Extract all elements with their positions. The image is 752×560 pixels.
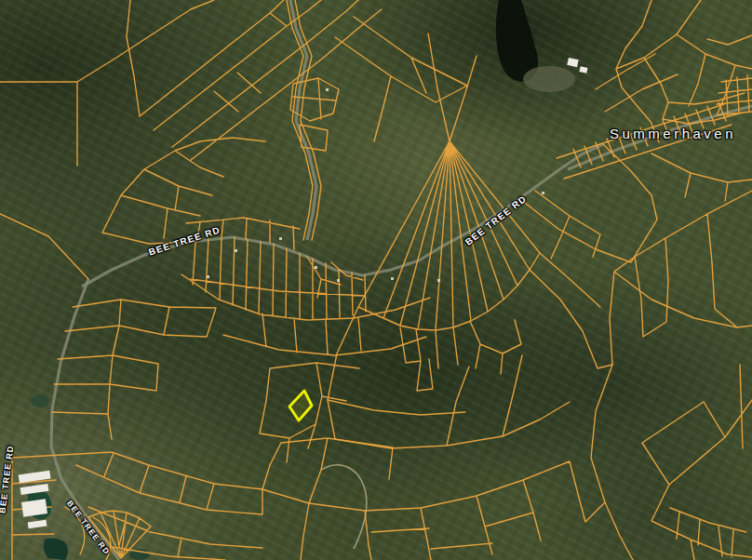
parcel-lines-fan xyxy=(358,141,540,391)
parcel-lines-right xyxy=(591,191,752,560)
parcel-lines-bottomcenter xyxy=(262,438,605,560)
lake xyxy=(496,0,575,92)
road-dirt-trail xyxy=(321,465,367,549)
map-canvas[interactable]: Summerhaven BEE TREE RD BEE TREE RD BEE … xyxy=(0,0,752,560)
house-dots xyxy=(207,88,544,282)
parcel-lines-summerhaven-blocks xyxy=(596,0,752,201)
dam-clearing xyxy=(523,66,575,92)
place-label-summerhaven: Summerhaven xyxy=(610,126,736,141)
road-bee-tree xyxy=(82,144,603,287)
parcel-lines-leftroad-lots xyxy=(52,300,216,439)
highlighted-parcel[interactable] xyxy=(289,391,312,420)
map-overlay xyxy=(0,0,752,560)
